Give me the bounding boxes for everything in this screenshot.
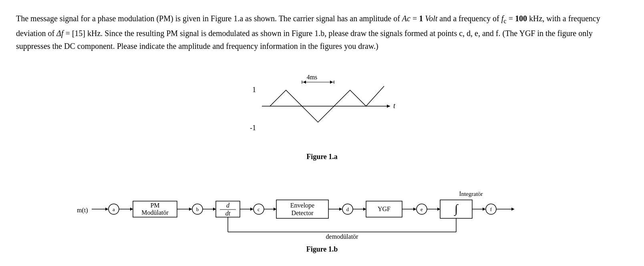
svg-text:f: f — [490, 206, 492, 212]
problem-description: The message signal for a phase modulatio… — [16, 12, 625, 52]
svg-marker-21 — [213, 208, 216, 211]
period-label: 4ms — [307, 74, 318, 81]
svg-text:b: b — [196, 206, 199, 212]
svg-text:d: d — [346, 206, 349, 212]
triangular-wave — [270, 86, 384, 122]
figure-1a-container: t 1 -1 4ms Figure 1.a — [16, 62, 628, 161]
svg-text:c: c — [258, 206, 260, 212]
svg-text:d: d — [226, 202, 230, 209]
svg-marker-48 — [437, 208, 440, 211]
svg-text:Detector: Detector — [291, 210, 314, 216]
svg-text:Envelope: Envelope — [290, 202, 314, 209]
svg-marker-1 — [387, 105, 390, 108]
block-diagram-svg: a PM Modülatör b d dt — [70, 174, 574, 242]
svg-marker-17 — [189, 208, 192, 211]
y-minus-label: -1 — [250, 124, 256, 132]
svg-text:YGF: YGF — [378, 206, 390, 212]
figure-1b-container: m(t) a PM Modülatör b — [16, 174, 628, 254]
svg-text:∫: ∫ — [454, 202, 459, 216]
figure-1a-svg: t 1 -1 4ms — [238, 62, 406, 150]
svg-text:a: a — [113, 206, 115, 212]
svg-marker-6 — [330, 81, 333, 84]
svg-marker-40 — [363, 208, 366, 211]
svg-marker-53 — [483, 208, 485, 211]
svg-marker-8 — [105, 208, 108, 211]
svg-text:PM: PM — [150, 202, 159, 209]
svg-marker-57 — [511, 208, 514, 211]
svg-marker-12 — [130, 208, 133, 211]
t-axis-label: t — [393, 102, 396, 110]
svg-marker-5 — [303, 81, 306, 84]
y-plus-label: 1 — [252, 86, 256, 94]
figure-1b-label: Figure 1.b — [306, 245, 338, 254]
svg-text:e: e — [421, 206, 423, 212]
figure-1a-label: Figure 1.a — [306, 153, 338, 161]
block-diagram: m(t) a PM Modülatör b — [70, 174, 574, 242]
svg-text:Modülatör: Modülatör — [141, 209, 169, 216]
svg-marker-36 — [339, 208, 342, 211]
svg-text:dt: dt — [225, 210, 231, 217]
svg-marker-27 — [250, 208, 253, 211]
svg-text:demodülatör: demodülatör — [326, 233, 359, 240]
svg-marker-31 — [274, 208, 276, 211]
svg-text:İntegratör: İntegratör — [459, 191, 483, 197]
svg-marker-44 — [413, 208, 416, 211]
